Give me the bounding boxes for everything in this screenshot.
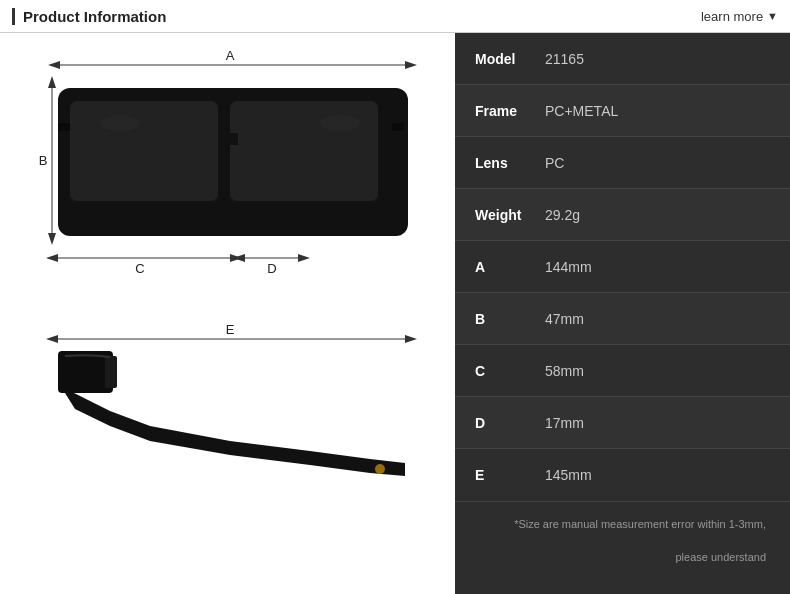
spec-label: C [475,363,545,379]
spec-row: Model 21165 [455,33,790,85]
measurement-note-line2: please understand [665,541,776,574]
svg-rect-12 [58,123,70,131]
svg-marker-2 [405,61,417,69]
spec-row: C 58mm [455,345,790,397]
svg-text:B: B [39,153,48,168]
spec-label: B [475,311,545,327]
svg-rect-10 [230,101,378,201]
svg-text:D: D [267,261,276,276]
svg-marker-25 [46,335,58,343]
svg-rect-11 [220,133,238,145]
measurement-note-line1: *Size are manual measurement error withi… [504,508,776,541]
svg-text:A: A [226,48,235,63]
dropdown-arrow-icon: ▼ [767,10,778,22]
spec-row: Frame PC+METAL [455,85,790,137]
svg-rect-29 [105,356,117,388]
learn-more-button[interactable]: learn more ▼ [701,9,778,24]
svg-marker-5 [48,76,56,88]
spec-value: 144mm [545,259,592,275]
svg-marker-26 [405,335,417,343]
spec-label: Lens [475,155,545,171]
svg-text:C: C [135,261,144,276]
spec-label: Model [475,51,545,67]
svg-marker-6 [48,233,56,245]
spec-label: E [475,467,545,483]
page-title: Product Information [12,8,166,25]
svg-point-15 [320,115,360,131]
spec-row: E 145mm [455,449,790,501]
spec-value: 145mm [545,467,592,483]
svg-point-30 [375,464,385,474]
spec-label: D [475,415,545,431]
spec-value: 21165 [545,51,584,67]
main-content: A B [0,33,790,594]
svg-rect-13 [392,123,404,131]
side-view-section: E [30,321,425,524]
spec-label: Frame [475,103,545,119]
header: Product Information learn more ▼ [0,0,790,33]
spec-row: Lens PC [455,137,790,189]
front-view-svg: A B [30,43,425,303]
spec-row: B 47mm [455,293,790,345]
specs-panel: Model 21165 Frame PC+METAL Lens PC Weigh… [455,33,790,594]
spec-value: PC [545,155,564,171]
svg-marker-22 [298,254,310,262]
svg-point-14 [100,115,140,131]
spec-value: 47mm [545,311,584,327]
svg-rect-9 [70,101,218,201]
side-view-svg: E [30,321,425,521]
svg-text:E: E [226,322,235,337]
spec-label: A [475,259,545,275]
svg-marker-1 [48,61,60,69]
learn-more-label: learn more [701,9,763,24]
spec-row: A 144mm [455,241,790,293]
spec-value: 58mm [545,363,584,379]
spec-row: D 17mm [455,397,790,449]
svg-marker-17 [46,254,58,262]
svg-marker-21 [233,254,245,262]
spec-label: Weight [475,207,545,223]
spec-value: 29.2g [545,207,580,223]
spec-value: 17mm [545,415,584,431]
left-panel: A B [0,33,455,594]
spec-row: Weight 29.2g [455,189,790,241]
spec-value: PC+METAL [545,103,618,119]
front-view-section: A B [30,43,425,306]
spec-table: Model 21165 Frame PC+METAL Lens PC Weigh… [455,33,790,501]
